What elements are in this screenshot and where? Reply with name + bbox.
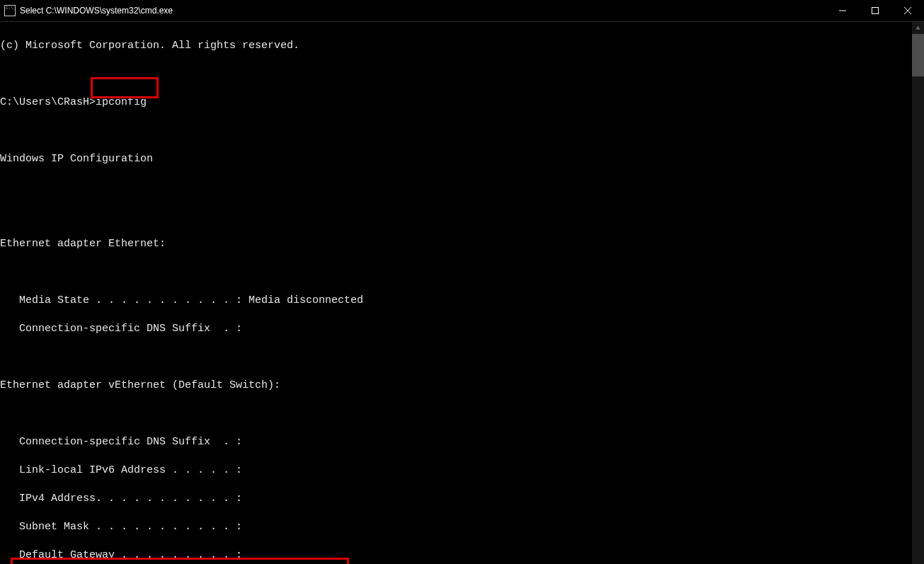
maximize-icon (872, 7, 879, 14)
close-button[interactable] (891, 0, 924, 21)
scroll-up-arrow-icon[interactable]: ▲ (912, 22, 924, 34)
adapter-heading: Ethernet adapter Ethernet: (0, 237, 912, 251)
terminal-output[interactable]: (c) Microsoft Corporation. All rights re… (0, 22, 912, 564)
scroll-thumb[interactable] (912, 34, 924, 76)
blank-line (0, 265, 912, 280)
maximize-button[interactable] (859, 0, 891, 21)
prompt-line: C:\Users\CRasH>ipconfig (0, 96, 912, 110)
blank-line (0, 180, 912, 195)
config-heading: Windows IP Configuration (0, 152, 912, 166)
titlebar-left: Select C:\WINDOWS\system32\cmd.exe (4, 5, 173, 16)
adapter-detail: Media State . . . . . . . . . . . : Medi… (0, 294, 912, 308)
blank-line (0, 209, 912, 223)
adapter-detail: Subnet Mask . . . . . . . . . . . : (0, 520, 912, 534)
adapter-detail: IPv4 Address. . . . . . . . . . . : (0, 492, 912, 506)
adapter-detail: Default Gateway . . . . . . . . . : (0, 548, 912, 563)
blank-line (0, 407, 912, 421)
typed-command: ipconfig (96, 96, 147, 108)
close-icon (904, 7, 911, 14)
adapter-heading: Ethernet adapter vEthernet (Default Swit… (0, 379, 912, 393)
adapter-detail: Connection-specific DNS Suffix . : (0, 435, 912, 449)
minimize-icon (839, 7, 846, 14)
cmd-window: Select C:\WINDOWS\system32\cmd.exe (c) M… (0, 0, 924, 564)
svg-rect-1 (872, 8, 879, 14)
adapter-detail: Link-local IPv6 Address . . . . . : (0, 464, 912, 478)
titlebar-controls (826, 0, 924, 21)
vertical-scrollbar[interactable]: ▲ (912, 22, 924, 564)
blank-line (0, 350, 912, 364)
blank-line (0, 67, 912, 81)
cmd-icon (4, 5, 16, 16)
titlebar[interactable]: Select C:\WINDOWS\system32\cmd.exe (0, 0, 924, 22)
blank-line (0, 124, 912, 138)
prompt-path: C:\Users\CRasH> (0, 96, 96, 108)
window-title: Select C:\WINDOWS\system32\cmd.exe (20, 6, 173, 16)
adapter-detail: Connection-specific DNS Suffix . : (0, 322, 912, 336)
minimize-button[interactable] (826, 0, 859, 21)
copyright-line: (c) Microsoft Corporation. All rights re… (0, 39, 912, 53)
